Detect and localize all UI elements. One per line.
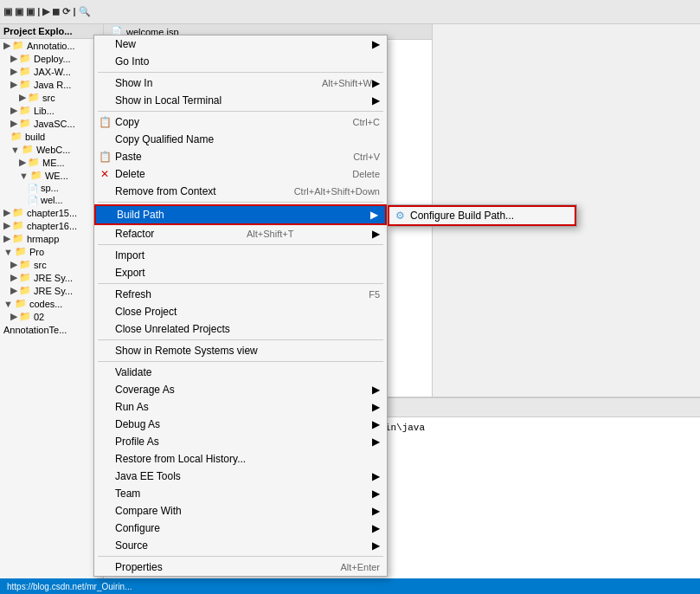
menu-shortcut: Ctrl+V: [336, 152, 380, 162]
menu-label: Team: [115, 487, 140, 500]
tree-item[interactable]: ▶📁Lib...: [0, 104, 103, 117]
menu-label: Show in Remote Systems view: [115, 345, 258, 357]
menu-item-export[interactable]: Export: [94, 264, 387, 281]
menu-shortcut: Alt+Shift+T: [229, 229, 293, 239]
menu-label: Run As: [115, 401, 149, 413]
tree-item[interactable]: ▼📁WebC...: [0, 143, 103, 156]
menu-label: Import: [115, 249, 144, 261]
tree-item[interactable]: AnnotationTe...: [0, 323, 103, 337]
tree-item[interactable]: ▶📁JRE Sy...: [0, 271, 103, 284]
submenu-arrow-icon: ▶: [369, 539, 380, 552]
menu-label: Coverage As: [115, 384, 175, 396]
menu-label: Build Path: [117, 209, 164, 221]
tree-item[interactable]: 📄wel...: [0, 194, 103, 206]
menu-item-close-project[interactable]: Close Project: [94, 303, 387, 320]
menu-label: Compare With: [115, 505, 182, 517]
tree-item[interactable]: ▶📁hrmapp: [0, 232, 103, 245]
menu-separator: [98, 72, 383, 73]
menu-label: Export: [115, 267, 145, 279]
menu-item-restore-history[interactable]: Restore from Local History...: [94, 450, 387, 468]
tree-item[interactable]: ▼📁WE...: [0, 169, 103, 182]
menu-item-remove-context[interactable]: Remove from Context Ctrl+Alt+Shift+Down: [94, 183, 387, 200]
menu-item-paste[interactable]: 📋 Paste Ctrl+V: [94, 148, 387, 165]
submenu-arrow-icon: ▶: [369, 436, 380, 448]
menu-item-showin[interactable]: Show In Alt+Shift+W ▶: [94, 74, 387, 92]
tree-item[interactable]: ▶📁Deploy...: [0, 52, 103, 65]
submenu-arrow-icon: ▶: [369, 228, 380, 240]
menu-item-new[interactable]: New ▶: [94, 36, 387, 53]
menu-label: Close Unrelated Projects: [115, 323, 230, 335]
menu-item-profile-as[interactable]: Profile As ▶: [94, 433, 387, 450]
tree-item[interactable]: ▶📁JAX-W...: [0, 65, 103, 78]
menu-item-validate[interactable]: Validate: [94, 364, 387, 381]
menu-item-coverage[interactable]: Coverage As ▶: [94, 381, 387, 398]
tree-item[interactable]: ▼📁Pro: [0, 245, 103, 258]
tree-item[interactable]: ▶📁chapter16...: [0, 219, 103, 232]
menu-label: Show In: [115, 77, 152, 89]
menu-item-close-unrelated[interactable]: Close Unrelated Projects: [94, 320, 387, 338]
menu-item-import[interactable]: Import: [94, 247, 387, 264]
tree-item[interactable]: ▶📁JavaSC...: [0, 117, 103, 130]
tree-item[interactable]: ▶📁Annotatio...: [0, 39, 103, 52]
project-explorer-header: Project Explo...: [0, 24, 103, 39]
menu-label: New: [115, 38, 136, 50]
menu-item-delete[interactable]: ✕ Delete Delete: [94, 165, 387, 183]
toolbar-content: ▣ ▣ ▣ | ▶ ◼ ⟳ | 🔍: [3, 6, 91, 17]
project-explorer-panel: Project Explo... ▶📁Annotatio... ▶📁Deploy…: [0, 24, 104, 594]
tree-item[interactable]: 📁build: [0, 130, 103, 143]
menu-shortcut: Ctrl+C: [336, 117, 380, 127]
menu-item-show-terminal[interactable]: Show in Local Terminal ▶: [94, 92, 387, 109]
menu-item-run-as[interactable]: Run As ▶: [94, 398, 387, 416]
submenu-arrow-icon: ▶: [372, 77, 380, 89]
menu-label: Copy Qualified Name: [115, 133, 214, 145]
menu-shortcut: Ctrl+Alt+Shift+Down: [277, 186, 380, 197]
tree-item[interactable]: ▶📁Java R...: [0, 78, 103, 91]
menu-item-refresh[interactable]: Refresh F5: [94, 286, 387, 303]
menu-separator: [98, 244, 383, 245]
tree-item[interactable]: ▶📁02: [0, 310, 103, 323]
menu-label: Configure: [115, 522, 160, 534]
context-menu[interactable]: New ▶ Go Into Show In Alt+Shift+W ▶ Show…: [93, 35, 388, 577]
tree-item[interactable]: ▶📁chapter15...: [0, 206, 103, 219]
menu-item-copy[interactable]: 📋 Copy Ctrl+C: [94, 113, 387, 131]
menu-item-copy-qualified[interactable]: Copy Qualified Name: [94, 131, 387, 148]
menu-separator: [98, 202, 383, 203]
tree-item[interactable]: ▶📁JRE Sy...: [0, 284, 103, 297]
submenu-arrow-icon: ▶: [369, 401, 380, 413]
tree-item[interactable]: ▼📁codes...: [0, 297, 103, 310]
menu-label: Go Into: [115, 55, 149, 68]
paste-icon: 📋: [98, 150, 112, 164]
menu-item-source[interactable]: Source ▶: [94, 537, 387, 554]
submenu-arrow-icon: ▶: [369, 487, 380, 500]
submenu-arrow-icon: ▶: [369, 94, 380, 107]
submenu-arrow-icon: ▶: [369, 38, 380, 50]
menu-item-debug-as[interactable]: Debug As ▶: [94, 416, 387, 433]
tree-item[interactable]: 📄sp...: [0, 182, 103, 194]
tree-item[interactable]: ▶📁src: [0, 258, 103, 271]
menu-label: Copy: [115, 116, 139, 128]
menu-item-configure-build-path[interactable]: ⚙ Configure Build Path...: [388, 205, 576, 226]
menu-shortcut: F5: [351, 289, 380, 300]
tree-item[interactable]: ▶📁ME...: [0, 156, 103, 169]
menu-label: Validate: [115, 366, 151, 378]
menu-item-show-remote[interactable]: Show in Remote Systems view: [94, 342, 387, 359]
submenu-arrow-icon: ▶: [369, 522, 380, 534]
configure-icon: ⚙: [393, 209, 407, 223]
tree-item[interactable]: ▶📁src: [0, 91, 103, 104]
menu-label: Configure Build Path...: [410, 210, 514, 222]
menu-item-team[interactable]: Team ▶: [94, 485, 387, 502]
menu-item-configure[interactable]: Configure ▶: [94, 520, 387, 537]
menu-label: Delete: [115, 168, 145, 180]
menu-shortcut: Alt+Shift+W: [305, 78, 372, 88]
menu-item-refactor[interactable]: Refactor Alt+Shift+T ▶: [94, 225, 387, 242]
submenu-arrow-icon: ▶: [367, 209, 378, 221]
menu-item-build-path[interactable]: Build Path ▶: [94, 204, 387, 225]
menu-item-build-path-container: Build Path ▶ ⚙ Configure Build Path...: [94, 204, 387, 225]
menu-item-gointo[interactable]: Go Into: [94, 53, 387, 70]
menu-item-properties[interactable]: Properties Alt+Enter: [94, 558, 387, 576]
menu-item-java-ee[interactable]: Java EE Tools ▶: [94, 468, 387, 485]
menu-separator: [98, 361, 383, 362]
menu-item-compare-with[interactable]: Compare With ▶: [94, 502, 387, 520]
copy-icon: 📋: [98, 115, 112, 129]
delete-icon: ✕: [98, 167, 112, 181]
